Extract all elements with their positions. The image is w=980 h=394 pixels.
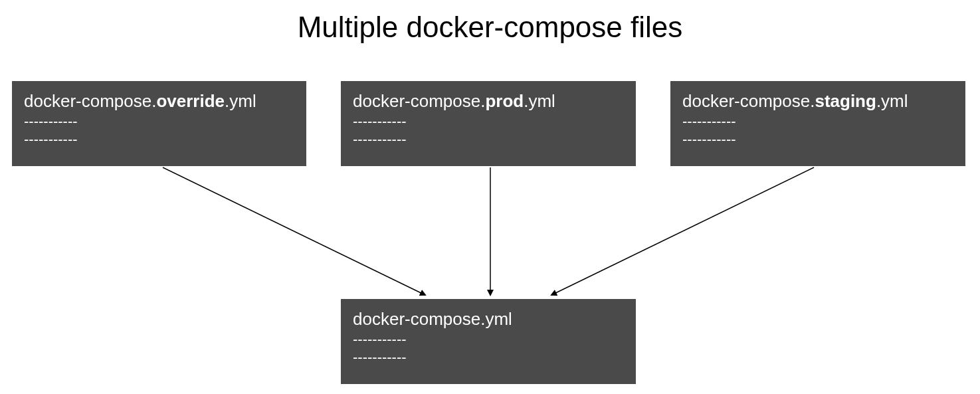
file-box-override: docker-compose.override.yml ----------- … [12,81,306,166]
file-variant: staging [815,91,876,111]
file-variant: override [156,91,225,111]
file-name-line: docker-compose.override.yml [24,90,294,112]
placeholder-line: ----------- [24,112,294,131]
file-prefix: docker-compose. [353,91,485,111]
placeholder-line: ----------- [682,112,953,131]
file-prefix: docker-compose. [24,91,156,111]
placeholder-line: ----------- [353,130,624,149]
file-variant: prod [485,91,524,111]
file-suffix: .yml [524,91,555,111]
file-box-prod: docker-compose.prod.yml ----------- ----… [341,81,636,166]
placeholder-line: ----------- [353,330,624,349]
placeholder-line: ----------- [353,348,624,367]
file-name-line: docker-compose.yml [353,308,624,330]
arrow-staging-to-base [551,167,814,295]
file-name-line: docker-compose.prod.yml [353,90,624,112]
arrow-override-to-base [163,167,425,295]
file-suffix: .yml [876,91,908,111]
file-prefix: docker-compose. [682,91,815,111]
placeholder-line: ----------- [682,130,953,149]
placeholder-line: ----------- [24,130,294,149]
file-box-base: docker-compose.yml ----------- ---------… [341,299,636,384]
placeholder-line: ----------- [353,112,624,131]
file-name-line: docker-compose.staging.yml [682,90,953,112]
file-suffix: .yml [225,91,256,111]
file-box-staging: docker-compose.staging.yml ----------- -… [670,81,965,166]
diagram-title: Multiple docker-compose files [0,11,980,44]
